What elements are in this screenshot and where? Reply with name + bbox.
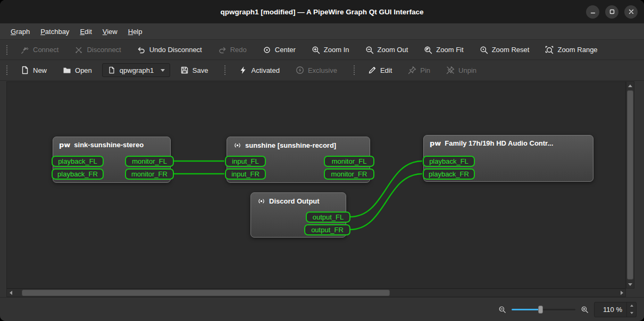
pencil-icon <box>368 66 377 74</box>
menu-graph[interactable]: Graph <box>5 23 35 39</box>
close-icon <box>627 7 635 16</box>
vertical-scrollbar[interactable] <box>626 81 634 289</box>
vertical-scroll-thumb[interactable] <box>627 90 633 280</box>
node-sunshine[interactable]: sunshine [sunshine-record] input_FL inpu… <box>227 137 370 183</box>
undo-disconnect-button[interactable]: Undo Disconnect <box>131 43 208 57</box>
zoom-fit-icon <box>424 46 432 54</box>
record-icon <box>233 141 241 149</box>
save-label: Save <box>193 66 208 74</box>
exclusive-label: Exclusive <box>308 66 337 74</box>
center-button[interactable]: Center <box>257 43 302 57</box>
edit-button[interactable]: Edit <box>362 63 398 77</box>
node-discord-output[interactable]: Discord Output output_FL output_FR <box>250 192 346 238</box>
menu-help[interactable]: Help <box>123 23 148 39</box>
vertical-scroll-track[interactable] <box>626 89 634 281</box>
zoom-spinbox[interactable]: 110 % <box>594 302 637 317</box>
pin-label: Pin <box>420 66 430 74</box>
graph-canvas[interactable]: pw sink-sunshine-stereo playback_FL play… <box>6 81 626 289</box>
scroll-down-button[interactable] <box>626 281 634 288</box>
menu-patchbay[interactable]: Patchbay <box>35 23 74 39</box>
pin-button[interactable]: Pin <box>402 63 436 77</box>
unpin-label: Unpin <box>458 66 476 74</box>
zoom-spin-buttons <box>626 302 636 317</box>
zoom-spin-up[interactable] <box>627 302 636 310</box>
zoom-range-button[interactable]: Zoom Range <box>539 43 603 57</box>
zoom-reset-icon <box>480 46 488 54</box>
disconnect-label: Disconnect <box>87 46 121 54</box>
pipewire-icon: pw <box>430 139 441 147</box>
scroll-up-button[interactable] <box>626 82 634 89</box>
node-sink-sunshine-stereo[interactable]: pw sink-sunshine-stereo playback_FL play… <box>53 137 171 183</box>
statusbar: 110 % <box>0 297 644 321</box>
connect-label: Connect <box>33 46 58 54</box>
port-output_FL[interactable]: output_FL <box>306 212 350 223</box>
port-playback_FL[interactable]: playback_FL <box>423 156 475 167</box>
zoom-out-icon[interactable] <box>498 306 506 314</box>
port-monitor_FR[interactable]: monitor_FR <box>125 168 174 180</box>
port-output_FR[interactable]: output_FR <box>304 224 350 235</box>
toolbar-drag-handle[interactable] <box>5 44 9 56</box>
canvas-area: pw sink-sunshine-stereo playback_FL play… <box>0 81 644 297</box>
zoom-fit-button[interactable]: Zoom Fit <box>418 43 469 57</box>
scroll-right-button[interactable] <box>618 289 625 297</box>
disconnect-icon <box>74 46 83 54</box>
new-button[interactable]: New <box>15 63 53 77</box>
window-title: qpwgraph1 [modified] — A PipeWire Graph … <box>0 8 644 16</box>
zoom-value[interactable]: 110 % <box>595 302 626 317</box>
menu-edit[interactable]: Edit <box>74 23 97 39</box>
connect-button[interactable]: Connect <box>15 43 64 57</box>
unpin-icon <box>446 66 455 74</box>
titlebar: qpwgraph1 [modified] — A PipeWire Graph … <box>0 0 644 23</box>
zoom-reset-button[interactable]: Zoom Reset <box>474 43 536 57</box>
exclusive-lightning-icon <box>296 66 304 74</box>
port-monitor_FL[interactable]: monitor_FL <box>324 156 374 167</box>
chevron-down-icon <box>161 69 165 72</box>
port-input_FL[interactable]: input_FL <box>225 156 266 167</box>
port-playback_FR[interactable]: playback_FR <box>423 168 475 180</box>
horizontal-scroll-track[interactable] <box>14 289 618 297</box>
zoom-slider-handle[interactable] <box>538 306 543 314</box>
zoom-spin-down[interactable] <box>627 309 636 317</box>
horizontal-scroll-thumb[interactable] <box>22 290 390 296</box>
port-playback_FR[interactable]: playback_FR <box>52 168 104 180</box>
unpin-button[interactable]: Unpin <box>440 63 482 77</box>
zoom-slider[interactable] <box>512 305 575 314</box>
port-playback_FL[interactable]: playback_FL <box>52 156 104 167</box>
edit-label: Edit <box>380 66 392 74</box>
horizontal-scrollbar[interactable] <box>6 289 626 297</box>
zoom-out-label: Zoom Out <box>378 46 408 54</box>
patchbay-toolbar: New Open qpwgraph1 Save Activated Exclus… <box>0 60 644 81</box>
scroll-left-button[interactable] <box>7 289 14 297</box>
redo-button[interactable]: Redo <box>212 43 253 57</box>
patchbay-file-value: qpwgraph1 <box>120 66 154 74</box>
maximize-icon <box>608 7 616 16</box>
port-input_FR[interactable]: input_FR <box>225 168 266 180</box>
port-monitor_FL[interactable]: monitor_FL <box>125 156 174 167</box>
node-family-hd-audio[interactable]: pw Family 17h/19h HD Audio Contr... play… <box>423 135 593 182</box>
open-button[interactable]: Open <box>57 63 98 77</box>
zoom-in-button[interactable]: Zoom In <box>306 43 355 57</box>
save-button[interactable]: Save <box>174 63 214 77</box>
zoom-in-icon[interactable] <box>581 306 589 314</box>
save-icon <box>180 66 189 74</box>
activated-button[interactable]: Activated <box>233 63 285 77</box>
zoom-out-button[interactable]: Zoom Out <box>359 43 414 57</box>
zoom-in-icon <box>312 46 320 54</box>
exclusive-button[interactable]: Exclusive <box>290 63 343 77</box>
toolbar-drag-handle[interactable] <box>353 64 356 76</box>
node-title-text: sunshine [sunshine-record] <box>245 141 336 149</box>
node-title-text: Discord Output <box>269 197 320 205</box>
toolbar-drag-handle[interactable] <box>223 64 227 76</box>
connect-icon <box>21 46 29 54</box>
zoom-range-label: Zoom Range <box>557 46 597 54</box>
open-label: Open <box>75 66 92 74</box>
patchbay-file-select[interactable]: qpwgraph1 <box>102 63 170 77</box>
port-monitor_FR[interactable]: monitor_FR <box>324 168 374 180</box>
maximize-button[interactable] <box>605 5 618 19</box>
toolbar-drag-handle[interactable] <box>5 64 9 76</box>
disconnect-button[interactable]: Disconnect <box>69 43 127 57</box>
menubar: Graph Patchbay Edit View Help <box>0 23 644 40</box>
menu-view[interactable]: View <box>97 23 123 39</box>
minimize-button[interactable] <box>586 5 599 19</box>
close-button[interactable] <box>624 5 638 19</box>
